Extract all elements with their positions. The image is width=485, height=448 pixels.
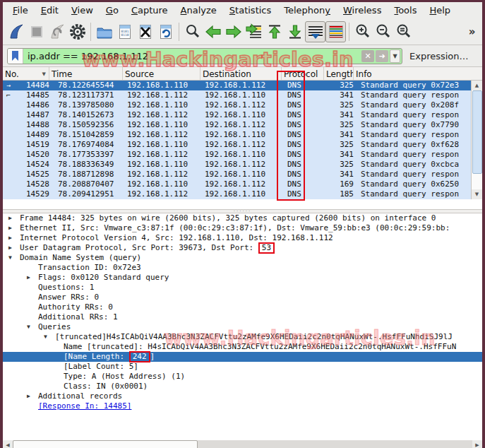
column-header-no[interactable]: No.▼ [3,67,49,80]
scrollbar-thumb[interactable] [13,440,198,448]
expander-open-icon[interactable]: ▼ [27,322,38,332]
detail-row[interactable]: ▼[truncated]H4sICAbQiV4AA3Bhc3N3ZACFVttu… [3,332,482,342]
scrollbar-thumb[interactable] [472,90,482,174]
detail-row[interactable]: Transaction ID: 0x72e3 [3,263,482,273]
toolbar-overflow-icon[interactable]: » [462,21,482,42]
column-header-length[interactable]: Length [324,67,354,80]
column-header-destination[interactable]: Destination [200,67,282,80]
packet-row[interactable]: 1452478.188336349192.168.1.110192.168.1.… [3,160,471,170]
detail-row[interactable]: ▶Additional records [3,391,482,401]
expression-button[interactable]: Expression… [405,49,473,63]
add-filter-button[interactable]: + [479,49,485,63]
bookmark-icon[interactable] [8,49,23,64]
response-link[interactable]: [Response In: 14485] [38,401,131,411]
packet-row[interactable]: 1448878.150592356192.168.1.110192.168.1.… [3,120,471,130]
expander-closed-icon[interactable]: ▶ [8,223,20,233]
detail-row[interactable]: Answer RRs: 0 [3,293,482,302]
menu-telephony[interactable]: Telephony [278,4,336,17]
zoom-original-icon[interactable] [393,21,414,42]
close-file-icon[interactable] [135,21,155,42]
menu-capture[interactable]: Capture [126,4,174,17]
detail-row[interactable]: ▶Ethernet II, Src: Vmware_c3:87:1f (00:0… [3,223,482,233]
apply-filter-icon[interactable]: ➜ [376,50,388,62]
packet-row[interactable]: 1452878.208870407192.168.1.110192.168.1.… [3,179,471,189]
detail-row[interactable]: ▶Flags: 0x0120 Standard query [3,273,482,283]
detail-row[interactable]: [Response In: 14485] [3,401,482,411]
cell-len: 325 [324,140,354,150]
detail-row[interactable]: Additional RRs: 1 [3,312,482,322]
scroll-down-icon[interactable]: ▼ [472,189,482,199]
open-file-icon[interactable] [94,21,114,42]
detail-row[interactable]: [Label Count: 5] [3,362,482,372]
detail-row[interactable]: Type: A (Host Address) (1) [3,372,482,382]
expander-closed-icon[interactable]: ▶ [8,243,20,253]
expander-closed-icon[interactable]: ▶ [27,391,38,401]
packet-row[interactable]: 1451978.176974084192.168.1.110192.168.1.… [3,140,471,150]
colorize-icon[interactable] [325,21,346,42]
packet-list-vertical-scrollbar[interactable]: ▲ ▼ [471,81,482,199]
cell-len: 341 [324,170,354,179]
menu-statistics[interactable]: Statistics [224,4,277,17]
clear-filter-icon[interactable]: ✕ [361,50,374,62]
scroll-right-icon[interactable]: ▶ [472,440,482,448]
detail-row[interactable]: ▶Internet Protocol Version 4, Src: 192.1… [3,233,482,243]
expander-closed-icon[interactable]: ▶ [27,273,38,283]
expander-closed-icon[interactable]: ▶ [8,213,20,223]
packet-row[interactable]: 1452578.188712898192.168.1.112192.168.1.… [3,170,471,179]
detail-row[interactable]: Class: IN (0x0001) [3,382,482,391]
go-forward-icon[interactable] [223,21,244,42]
menu-analyze[interactable]: Analyze [175,4,222,17]
menu-tools[interactable]: Tools [388,4,422,17]
zoom-in-icon[interactable] [352,21,373,42]
go-back-icon[interactable] [203,21,223,42]
column-header-protocol[interactable]: Protocol [282,67,324,80]
detail-row[interactable]: ▶Frame 14484: 325 bytes on wire (2600 bi… [3,213,482,223]
column-header-source[interactable]: Source [123,67,200,80]
menu-go[interactable]: Go [100,4,124,17]
zoom-out-icon[interactable] [373,21,393,42]
capture-options-icon[interactable] [67,21,88,42]
go-last-icon[interactable] [285,21,305,42]
expander-spacer [27,302,38,312]
save-file-icon[interactable]: 01010110 [114,21,135,42]
column-header-time[interactable]: Time [49,67,123,80]
auto-scroll-icon[interactable] [305,21,325,42]
menu-view[interactable]: View [66,4,99,17]
detail-text: Frame 14484: 325 bytes on wire (2600 bit… [20,213,436,223]
detail-row[interactable]: [Name Length: 242] [3,352,482,362]
expander-open-icon[interactable]: ▼ [8,253,20,263]
capture-start-icon[interactable] [6,21,26,42]
detail-row[interactable]: Name [truncated]: H4sICAbQiV4AA3Bhc3N3ZA… [3,342,482,352]
reload-file-icon[interactable] [155,21,176,42]
scroll-up-icon[interactable]: ▲ [472,81,482,90]
menu-file[interactable]: File [7,4,34,17]
detail-row[interactable]: Questions: 1 [3,283,482,293]
menu-edit[interactable]: Edit [35,4,64,17]
packet-row[interactable]: 1448978.151042859192.168.1.112192.168.1.… [3,130,471,140]
packet-row[interactable]: ⌐1448578.123117371192.168.1.112192.168.1… [3,90,471,100]
go-first-icon[interactable] [264,21,285,42]
column-header-info[interactable]: Info [354,67,482,80]
detail-row[interactable]: ▶User Datagram Protocol, Src Port: 39673… [3,243,482,253]
go-to-packet-icon[interactable] [244,21,264,42]
filter-input[interactable]: ip.addr == 192.168.1.112 [23,51,361,61]
menu-wireless[interactable]: Wireless [337,4,387,17]
packet-row[interactable]: 1448678.139785080192.168.1.110192.168.1.… [3,100,471,110]
display-filter-field[interactable]: ip.addr == 192.168.1.112 ✕ ➜ ▼ [7,48,402,64]
packet-row[interactable]: 1452978.209412951192.168.1.112192.168.1.… [3,189,471,199]
detail-row[interactable]: ▼Domain Name System (query) [3,253,482,263]
packet-row[interactable]: 1448778.140152673192.168.1.112192.168.1.… [3,110,471,120]
menu-help[interactable]: Help [424,4,456,17]
capture-restart-icon[interactable] [47,21,67,42]
filter-history-dropdown-icon[interactable]: ▼ [390,49,400,63]
expander-open-icon[interactable]: ▼ [44,332,55,342]
expander-closed-icon[interactable]: ▶ [8,233,20,243]
packet-row[interactable]: 1452078.177353397192.168.1.112192.168.1.… [3,150,471,160]
packet-row[interactable]: →1448478.122645544192.168.1.110192.168.1… [3,81,471,90]
capture-stop-icon[interactable] [26,21,47,42]
find-packet-icon[interactable] [182,21,203,42]
detail-row[interactable]: ▼Queries [3,322,482,332]
details-horizontal-scrollbar[interactable]: ◀ ▶ [3,440,482,448]
scroll-left-icon[interactable]: ◀ [3,440,13,448]
detail-row[interactable]: Authority RRs: 0 [3,302,482,312]
